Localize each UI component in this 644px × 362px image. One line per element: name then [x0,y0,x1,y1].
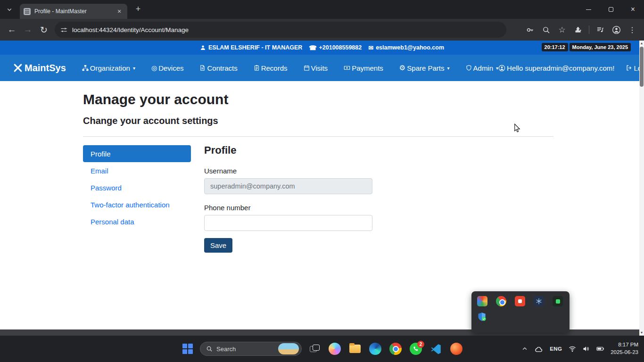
tab-favicon [24,8,31,15]
scrollbar-up-arrow[interactable]: ▲ [639,41,644,46]
windows-security-shield-icon[interactable] [477,312,487,322]
brand-logo[interactable]: MaintSys [13,63,66,74]
task-view-button[interactable] [305,336,324,362]
search-label: Search [216,346,278,353]
new-tab-button[interactable]: + [132,3,144,16]
browser-tab[interactable]: Profile - MaintMaster × [20,4,127,19]
window-maximize-button[interactable] [600,0,622,19]
vscode-icon [430,343,442,354]
nav-item-records[interactable]: Records [254,64,288,72]
search-lens-icon[interactable] [539,23,553,37]
forward-button[interactable]: → [21,23,35,37]
gear-icon: ⚙ [399,64,405,72]
nav-item-organization[interactable]: Organization▾ [82,64,135,72]
whatsapp-icon: 2 [410,343,422,355]
clock-date: 2025-06-23 [611,349,638,356]
page-subtitle: Change your account settings [83,115,218,126]
nav-item-devices[interactable]: ◎ Devices [151,64,184,72]
scrollbar-thumb[interactable] [640,47,644,87]
sidenav-email[interactable]: Email [83,162,191,179]
browser-menu-kebab-icon[interactable]: ⋮ [625,23,639,37]
tray-chrome-icon[interactable] [496,296,506,306]
window-minimize-button[interactable] [578,0,600,19]
nav-greeting-link[interactable]: Hello superadmin@company.com! [498,64,614,72]
tray-app-icon-4[interactable] [553,296,563,306]
reload-button[interactable]: ↻ [37,23,51,37]
sidenav-personal-data[interactable]: Personal data [83,213,191,230]
back-button[interactable]: ← [5,23,19,37]
user-email: eslamweb1@yahoo.com [376,44,444,51]
tray-app-icon-2[interactable] [515,296,525,306]
edge-icon [369,343,381,355]
whatsapp-button[interactable]: 2 [406,336,425,362]
file-explorer-button[interactable] [346,336,364,362]
page-scrollbar[interactable]: ▲ ▼ [639,41,644,336]
account-side-nav: Profile Email Password Two-factor authen… [83,145,191,230]
tray-chevron-up-icon[interactable] [519,336,531,362]
phone-number-field[interactable] [204,215,372,231]
folder-icon [349,345,361,353]
divider [83,136,553,137]
app-orange-icon [450,343,462,355]
chrome-button[interactable] [386,336,405,362]
speaker-icon[interactable] [579,336,593,362]
extensions-puzzle-icon[interactable] [571,23,585,37]
section-title: Profile [204,144,236,156]
window-controls: × [578,0,644,19]
nav-item-payments[interactable]: Payments [344,64,383,72]
nav-item-admin[interactable]: Admin▾ [466,64,499,72]
password-key-icon[interactable] [523,23,537,37]
profile-avatar-icon[interactable] [609,23,623,37]
start-button[interactable] [178,336,197,362]
document-icon [199,65,206,71]
edge-button[interactable] [366,336,385,362]
vscode-button[interactable] [427,336,446,362]
user-phone: +201008559882 [319,44,362,51]
nav-item-contracts[interactable]: Contracts [199,64,237,72]
tray-app-icon-3[interactable] [534,296,544,306]
sidenav-two-factor[interactable]: Two-factor authentication [83,196,191,213]
tab-close-icon[interactable]: × [115,7,124,16]
taskbar-clock[interactable]: 8:17 PM 2025-06-23 [608,341,644,356]
whatsapp-badge: 2 [417,341,424,348]
browser-tab-strip: Profile - MaintMaster × + × [0,0,644,19]
windows-taskbar: Search 2 ENG [0,336,644,362]
bookmark-star-icon[interactable]: ☆ [555,23,569,37]
sidenav-password[interactable]: Password [83,179,191,196]
nav-item-spare-parts[interactable]: ⚙ Spare Parts▾ [399,64,450,72]
sidenav-profile[interactable]: Profile [83,145,191,162]
battery-icon[interactable] [593,336,608,362]
toolbar-divider [589,25,589,34]
url-text[interactable]: localhost:44324/Identity/Account/Manage [72,26,189,33]
wifi-icon[interactable] [565,336,579,362]
app-orange-button[interactable] [447,336,466,362]
person-icon [200,45,206,51]
media-controls-icon[interactable] [593,23,607,37]
save-button[interactable]: Save [204,238,232,253]
search-highlight-image[interactable] [278,343,299,354]
sitemap-icon [82,65,89,71]
taskbar-search-box[interactable]: Search [200,342,302,356]
date-badge: Monday, June 23, 2025 [570,43,631,51]
user-info-bar: ESLAM ELSHERIF - IT MANAGER ☎ +201008559… [0,41,644,55]
calendar-icon [304,65,310,71]
window-close-button[interactable]: × [622,0,644,19]
copilot-button[interactable] [325,336,344,362]
phone-icon: ☎ [309,44,316,51]
devices-target-icon: ◎ [151,64,157,72]
person-circle-icon [498,65,505,72]
tray-app-icon-1[interactable] [477,296,487,306]
tray-overflow-panel [471,291,570,333]
site-info-icon[interactable] [60,26,67,33]
username-field[interactable] [204,178,372,194]
brand-name: MaintSys [25,63,66,74]
tab-search-chevron-icon[interactable] [3,3,16,16]
onedrive-cloud-icon[interactable] [531,336,546,362]
clock-badge: 20:17:12 [542,43,568,51]
scrollbar-down-arrow[interactable]: ▼ [639,330,644,336]
nav-item-visits[interactable]: Visits [304,64,328,72]
user-name-role: ESLAM ELSHERIF - IT MANAGER [208,44,302,51]
address-bar[interactable]: localhost:44324/Identity/Account/Manage [55,22,506,38]
chevron-down-icon: ▾ [447,66,450,71]
language-indicator[interactable]: ENG [546,336,565,362]
